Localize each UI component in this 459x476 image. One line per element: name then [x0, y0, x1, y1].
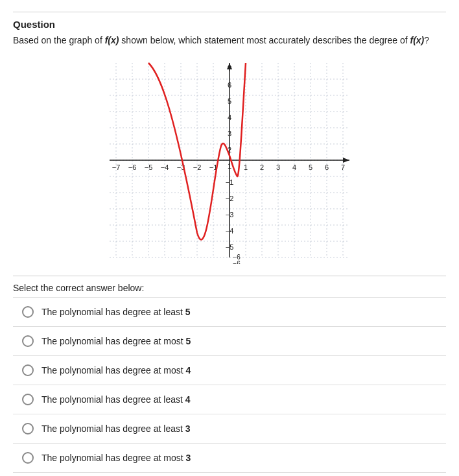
- question-text-part3: ?: [424, 35, 429, 45]
- radio-button-1[interactable]: [22, 306, 34, 318]
- answer-option-1[interactable]: The polynomial has degree at least 5: [13, 297, 446, 327]
- graph-container: 7 6 5 4 3 2 1 −1 −2 −3 −4 −5 −6 −7: [13, 56, 446, 264]
- answer-bold-2: 5: [186, 336, 191, 346]
- svg-text:5: 5: [309, 163, 312, 171]
- svg-text:6: 6: [228, 81, 231, 89]
- question-header: Question: [13, 12, 446, 30]
- answer-bold-1: 5: [185, 307, 191, 317]
- section-divider: [13, 276, 446, 276]
- svg-text:4: 4: [292, 163, 296, 171]
- answer-option-6[interactable]: The polynomial has degree at most 3: [13, 444, 446, 473]
- svg-text:5: 5: [228, 97, 231, 105]
- answer-text-2: The polynomial has degree at most 5: [41, 336, 191, 346]
- answer-option-2[interactable]: The polynomial has degree at most 5: [13, 327, 446, 356]
- svg-text:−7: −7: [112, 163, 121, 171]
- svg-text:6: 6: [325, 163, 329, 171]
- svg-text:3: 3: [276, 163, 280, 171]
- svg-text:1: 1: [228, 162, 231, 170]
- question-text-part1: Based on the graph of: [13, 35, 105, 45]
- answer-option-4[interactable]: The polynomial has degree at least 4: [13, 385, 446, 414]
- svg-text:1: 1: [244, 163, 248, 171]
- svg-text:−6: −6: [128, 163, 137, 171]
- question-text: Based on the graph of f(x) shown below, …: [13, 34, 446, 47]
- svg-text:7: 7: [228, 65, 231, 73]
- radio-button-5[interactable]: [22, 423, 34, 434]
- select-label: Select the correct answer below:: [13, 283, 446, 293]
- question-fx1: f(x): [105, 35, 119, 45]
- svg-text:−6: −6: [233, 254, 241, 261]
- answer-bold-5: 3: [185, 423, 191, 434]
- radio-button-4[interactable]: [22, 394, 34, 405]
- answer-text-4: The polynomial has degree at least 4: [41, 394, 191, 405]
- answer-bold-6: 3: [186, 453, 191, 463]
- svg-text:3: 3: [228, 130, 231, 137]
- svg-text:−1: −1: [226, 178, 234, 186]
- answer-options-list: The polynomial has degree at least 5 The…: [13, 297, 446, 473]
- radio-button-6[interactable]: [22, 452, 34, 464]
- radio-button-2[interactable]: [22, 335, 34, 347]
- svg-text:7: 7: [341, 163, 345, 171]
- answer-text-1: The polynomial has degree at least 5: [41, 307, 191, 317]
- svg-text:2: 2: [260, 163, 264, 171]
- radio-button-3[interactable]: [22, 364, 34, 376]
- svg-text:−2: −2: [226, 195, 234, 202]
- answer-option-3[interactable]: The polynomial has degree at most 4: [13, 356, 446, 385]
- question-text-part2: shown below, which statement most accura…: [119, 35, 410, 45]
- answer-bold-4: 4: [185, 394, 191, 405]
- answer-text-5: The polynomial has degree at least 3: [41, 423, 191, 434]
- svg-text:−3: −3: [226, 211, 234, 219]
- svg-text:4: 4: [228, 113, 231, 121]
- answer-option-5[interactable]: The polynomial has degree at least 3: [13, 414, 446, 444]
- answer-text-3: The polynomial has degree at most 4: [41, 365, 191, 375]
- graph-svg: 7 6 5 4 3 2 1 −1 −2 −3 −4 −5 −6 −7: [106, 56, 353, 264]
- question-fx2: f(x): [410, 35, 424, 45]
- answer-text-6: The polynomial has degree at most 3: [41, 453, 191, 463]
- answer-bold-3: 4: [186, 365, 191, 375]
- svg-text:−2: −2: [193, 163, 202, 171]
- svg-text:−4: −4: [161, 163, 169, 171]
- page: Question Based on the graph of f(x) show…: [0, 0, 459, 476]
- svg-text:−5: −5: [145, 163, 153, 171]
- svg-text:−4: −4: [226, 227, 234, 235]
- svg-text:−5: −5: [226, 243, 234, 251]
